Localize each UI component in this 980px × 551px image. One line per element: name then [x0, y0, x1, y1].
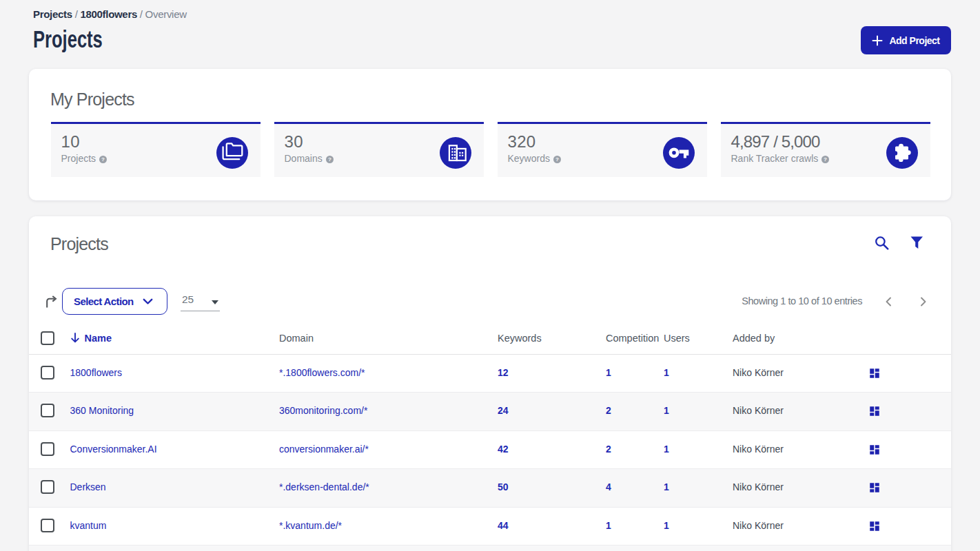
svg-text:?: ?: [328, 156, 331, 163]
svg-text:?: ?: [101, 156, 105, 163]
svg-text:?: ?: [555, 156, 559, 163]
svg-text:?: ?: [824, 156, 827, 163]
